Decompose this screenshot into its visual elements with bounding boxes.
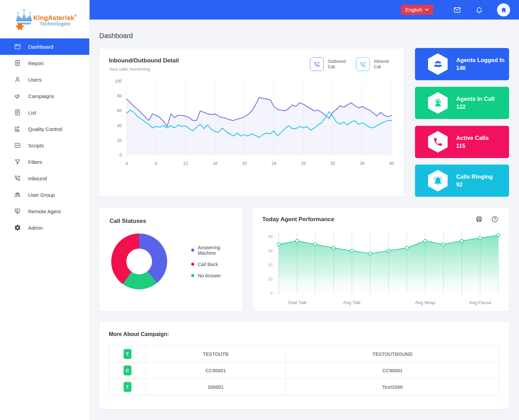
inbound-outbound-title: Inbound/Outbound Detail [109, 57, 179, 64]
stat-label: Agents In Call [456, 96, 494, 102]
dashboard-icon [14, 43, 21, 50]
legend-label: No Answer [198, 273, 221, 278]
row-cell-1: CC90001 [146, 362, 286, 379]
admin-icon [14, 224, 21, 231]
stats-column: Agents Logged In 146 Agents In Call 122 … [415, 48, 509, 197]
legend-label: Answering Machine [198, 245, 232, 256]
legend-label: Call Back [198, 262, 218, 267]
svg-text:0: 0 [270, 291, 273, 295]
svg-text:80: 80 [117, 94, 122, 98]
legend-label: Outbound Call [328, 59, 347, 70]
legend-dot [191, 249, 194, 252]
svg-text:10: 10 [268, 277, 273, 281]
row-badge: C [124, 365, 131, 375]
users-icon [14, 76, 21, 83]
legend-dot [191, 263, 194, 266]
svg-text:16: 16 [212, 161, 217, 166]
quality-control-icon [14, 125, 21, 133]
inbound-outbound-line-chart: 020406080100481216202428323640 [109, 77, 395, 170]
legend-item: Answering Machine [191, 245, 232, 256]
stat-label: Active Calls [456, 135, 489, 141]
brand-text: KingAsterisk® Technologies [33, 14, 77, 26]
page-title: Dashboard [99, 32, 509, 40]
campaign-card: More About Campaign: T TESTOUTB TESTOUTB… [99, 321, 509, 409]
crown-asterisk-logo-icon [13, 7, 35, 31]
svg-text:20: 20 [242, 161, 247, 166]
sidebar-item-report[interactable]: Report [0, 55, 89, 71]
stat-label: Calls Ringing [456, 173, 493, 180]
sidebar-item-campaigns[interactable]: Campaigns [0, 88, 89, 104]
legend-item: No Answer [191, 273, 232, 278]
home-icon [500, 7, 507, 13]
stat-card-calls-ringing[interactable]: Calls Ringing 92 [415, 165, 509, 197]
svg-text:12: 12 [183, 161, 188, 166]
agent-headset-icon [428, 92, 448, 114]
svg-text:24: 24 [272, 161, 276, 166]
bell-ring-icon [428, 170, 448, 191]
app-root: KingAsterisk® Technologies Dashboard Rep… [0, 0, 519, 420]
phone-incoming-icon [356, 57, 370, 71]
stat-card-active-calls[interactable]: Active Calls 115 [415, 126, 509, 158]
agent-performance-title: Today Agent Performance [262, 216, 334, 223]
legend-label: Inbound Call [374, 59, 393, 70]
row-cell-2: TESTOUTBOUND [286, 346, 499, 362]
sidebar-nav: Dashboard Report Users Campaigns List Qu… [0, 38, 89, 236]
svg-text:0: 0 [119, 153, 122, 158]
chevron-down-icon [425, 9, 429, 11]
sidebar-item-scripts[interactable]: Scripts [0, 137, 89, 154]
home-button[interactable] [497, 3, 510, 16]
sidebar-item-remote-agent[interactable]: Remote Agent [0, 203, 89, 219]
campaign-table: T TESTOUTB TESTOUTBOUND C CC90001 CC9000… [109, 346, 499, 395]
phone-outgoing-icon [310, 57, 324, 71]
stat-value: 122 [456, 104, 494, 110]
svg-text:Total Talk: Total Talk [287, 300, 307, 305]
list-icon [14, 109, 21, 116]
stat-value: 92 [456, 181, 493, 188]
sidebar-item-admin[interactable]: Admin [0, 219, 89, 236]
scripts-icon [14, 142, 21, 149]
sidebar-item-users[interactable]: Users [0, 71, 89, 88]
campaigns-icon [14, 93, 21, 100]
brand-registered-mark: ® [74, 14, 77, 17]
svg-text:60: 60 [117, 108, 122, 113]
print-icon[interactable] [475, 216, 483, 223]
call-statuses-card: Call Statuses Answering Machine Call Bac… [99, 207, 243, 312]
campaign-title: More About Campaign: [109, 331, 499, 337]
legend-dot [191, 274, 194, 277]
language-button[interactable]: English [401, 5, 433, 15]
sidebar-item-quality-control[interactable]: Quality Control [0, 121, 89, 137]
sidebar: KingAsterisk® Technologies Dashboard Rep… [0, 0, 90, 420]
svg-text:20: 20 [268, 263, 273, 267]
donut-hole [126, 249, 152, 274]
stat-card-agents-in-call[interactable]: Agents In Call 122 [415, 87, 509, 119]
help-icon[interactable] [491, 216, 499, 223]
brand-name: KingAsterisk [33, 14, 74, 21]
sidebar-item-filters[interactable]: Filters [0, 154, 89, 170]
legend-item: Outbound Call [310, 57, 347, 71]
sidebar-item-list[interactable]: List [0, 104, 89, 121]
topbar: English [89, 0, 519, 20]
user-group-icon [14, 191, 21, 199]
notifications-bell-icon[interactable] [475, 6, 483, 14]
svg-text:40: 40 [268, 235, 273, 239]
svg-text:Avg Wrap: Avg Wrap [415, 300, 435, 305]
sidebar-item-dashboard[interactable]: Dashboard [0, 38, 89, 55]
agent-performance-area-chart: 010203040Total TalkAvg TalkAvg WrapAvg P… [262, 228, 503, 309]
stat-value: 115 [456, 143, 489, 149]
inbound-icon [14, 175, 21, 182]
svg-text:40: 40 [117, 123, 122, 128]
main-content: Dashboard Inbound/Outbound Detail Your c… [89, 20, 519, 420]
legend-item: Call Back [191, 262, 232, 267]
mail-icon[interactable] [453, 6, 461, 14]
sidebar-item-inbound[interactable]: Inbound [0, 170, 89, 187]
stat-card-agents-logged-in[interactable]: Agents Logged In 146 [415, 48, 509, 80]
stat-label: Agents Logged In [456, 57, 505, 63]
stat-value: 146 [456, 65, 505, 71]
call-statuses-donut-chart [111, 233, 167, 289]
svg-text:20: 20 [117, 138, 122, 143]
row-cell-2: CC90001 [286, 362, 499, 379]
inbound-outbound-subtitle: Your calls monitoring [109, 67, 179, 72]
sidebar-item-user-group[interactable]: User Group [0, 187, 89, 203]
svg-text:100: 100 [115, 79, 122, 84]
agents-group-icon [428, 53, 448, 75]
